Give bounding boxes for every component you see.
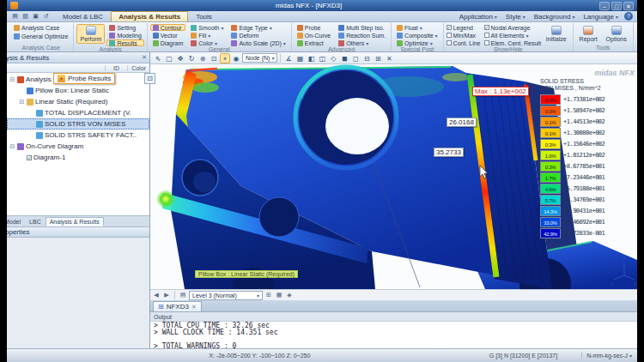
close-tab-icon[interactable]: ✕ [191, 304, 197, 311]
render-level-selector[interactable]: Level 3 (Normal) ▾ [189, 291, 263, 300]
ribbon-composite[interactable]: Composite▾ [394, 32, 440, 39]
node-type-selector[interactable]: Node (N)▾ [242, 53, 277, 63]
fit-icon[interactable]: ⊡ [209, 53, 219, 63]
ribbon-vector[interactable]: Vector [150, 32, 185, 39]
wire-icon[interactable]: ◻ [350, 53, 361, 63]
ribbon-initialze[interactable]: Initialze [543, 24, 570, 44]
ribbon-diagram[interactable]: Diagram [150, 39, 185, 46]
output-log[interactable]: > TOTAL CPU TIME : 32.26 sec> WALL CLOCK… [150, 322, 637, 351]
next-view-icon[interactable]: ▶ [162, 292, 171, 299]
ribbon-extract[interactable]: Extract [295, 39, 333, 46]
panel-tab-lbc[interactable]: LBC [25, 217, 46, 226]
save-icon[interactable]: ▣ [31, 12, 40, 21]
rotate-icon[interactable]: ↻ [186, 53, 197, 63]
tree-item-solid-strs-von-mises[interactable]: SOLID STRS VON MISES [7, 118, 149, 130]
new-icon[interactable]: ▤ [10, 12, 20, 21]
ribbon-check-nodal-average[interactable]: ✓Nodal Average [484, 24, 541, 31]
max-value-flag[interactable]: Max : 1.13e+002 [472, 87, 529, 96]
tree-item-diagram-1[interactable]: ✓Diagram-1 [7, 152, 149, 163]
ribbon-probe[interactable]: Probe [295, 24, 333, 31]
menu-background[interactable]: Background▾ [530, 13, 580, 21]
tree-item-linear-static-required[interactable]: ⊟Linear Static (Required) [7, 96, 149, 107]
ribbon-color[interactable]: Color▾ [188, 39, 226, 46]
panel-tab-analysis-results[interactable]: Analysis & Results [46, 217, 104, 226]
ribbon-check-elem-cent-result[interactable]: Elem. Cent. Result [484, 39, 541, 46]
restore-icon[interactable]: □ [611, 2, 622, 10]
ribbon-report[interactable]: Report [576, 24, 601, 44]
zoom-icon[interactable]: ⊕ [197, 53, 208, 63]
panel-pin-icon[interactable]: ⊡ [144, 73, 155, 84]
view-front-icon[interactable]: ◫ [317, 53, 327, 63]
minimize-icon[interactable]: – [599, 2, 610, 10]
ribbon-results[interactable]: Results [106, 39, 143, 46]
help-icon[interactable]: ? [624, 12, 633, 21]
viewport-canvas[interactable]: z x y midas NFX SOLID STRESS VON MISES ,… [150, 64, 637, 289]
tree-item-pillow-box-linear-static[interactable]: Pillow Box: Linear Static [7, 85, 149, 96]
ribbon-options[interactable]: Options [603, 24, 630, 44]
tab-tools[interactable]: Tools [188, 11, 220, 21]
ribbon-auto-scale-2d[interactable]: Auto Scale (2D)▾ [228, 39, 288, 46]
ribbon-analysis-case[interactable]: Analysis Case [11, 24, 62, 31]
tab-model-lbc[interactable]: Model & LBC [55, 11, 111, 21]
box-select-icon[interactable]: ▢ [164, 53, 174, 63]
ribbon-check-all-elements[interactable]: All Elements▾ [484, 32, 541, 39]
checkbox-icon[interactable]: ✓ [27, 155, 32, 160]
ribbon-perform[interactable]: Perform [76, 24, 105, 44]
close-icon[interactable]: ✕ [384, 53, 394, 63]
probe-value-flag[interactable]: 35.2733 [434, 148, 464, 157]
ribbon-smooth[interactable]: Smooth▾ [188, 24, 226, 31]
view-list-icon[interactable]: ▤ [179, 292, 187, 299]
shade-icon[interactable]: ◼ [339, 53, 349, 63]
capture-icon[interactable]: ⊞ [373, 53, 383, 63]
ribbon-others[interactable]: Others▾ [336, 39, 388, 46]
open-icon[interactable]: ▧ [21, 12, 30, 21]
grid-small-icon[interactable]: ⊞ [264, 292, 273, 299]
ribbon-contour[interactable]: Contour [150, 24, 185, 31]
checkbox-icon: ✓ [447, 25, 452, 30]
ribbon-modeling[interactable]: Modeling [106, 32, 143, 39]
tree-item-on-curve-diagram[interactable]: ⊟On-Curve Diagram [7, 141, 149, 152]
panel-close-icon[interactable]: ✕ [142, 54, 147, 61]
ribbon-reaction-sum[interactable]: Reaction Sum. [336, 32, 388, 39]
collapse-icon[interactable]: ⊟ [9, 143, 15, 150]
ribbon-fill[interactable]: Fill▾ [188, 32, 226, 39]
ribbon-on-curve[interactable]: On-Curve [295, 32, 333, 39]
probe-results-popup[interactable]: ⌖ Probe Results [53, 73, 115, 84]
mesh-small-icon[interactable]: ▦ [275, 292, 283, 299]
tree-item-total-displacement-v[interactable]: TOTAL DISPLACEMENT (V. [7, 107, 149, 118]
tab-analysis-results[interactable]: Analysis & Results [111, 11, 188, 21]
close-icon[interactable]: ✕ [623, 2, 634, 10]
select-icon[interactable]: ⇖ [153, 53, 163, 63]
ribbon-general-optimize[interactable]: General Optimize [11, 33, 70, 39]
unit-system-selector[interactable]: N-mm-kg-sec-J ▾ [581, 353, 632, 359]
menu-style[interactable]: Style▾ [501, 13, 530, 21]
ribbon-check-legend[interactable]: ✓Legend [447, 24, 481, 31]
ribbon-check-cont-line[interactable]: Cont. Line [447, 39, 481, 46]
ribbon-fluat[interactable]: Fluat▾ [394, 24, 440, 31]
node-pick-icon[interactable]: ◉ [231, 53, 241, 63]
panel-tab-model[interactable]: Model [7, 217, 25, 226]
render-mode-icon[interactable]: ◈ [285, 292, 294, 299]
collapse-icon[interactable]: ⊟ [19, 99, 25, 106]
ribbon-deform[interactable]: Deform [228, 32, 288, 39]
ribbon-setting[interactable]: Setting [106, 24, 143, 31]
menu-language[interactable]: Language▾ [579, 13, 623, 21]
ribbon-optimize[interactable]: Optimize▾ [394, 39, 440, 46]
menu-application[interactable]: Application▾ [455, 13, 501, 21]
doc-tab-nfxd3[interactable]: ⊞ NFXD3 ✕ [153, 301, 202, 311]
iso-icon[interactable]: ◇ [328, 53, 338, 63]
pan-icon[interactable]: ✥ [175, 53, 185, 63]
probe-icon[interactable]: ⌖ [220, 53, 230, 63]
measure-icon[interactable]: ∡ [283, 53, 294, 63]
collapse-icon[interactable]: ⊟ [9, 76, 15, 83]
ribbon-multi-step-iso[interactable]: Multi Step Iso. [336, 24, 388, 31]
probe-value-flag[interactable]: 26.0168 [447, 118, 477, 127]
tree-item-solid-strs-safety-fact[interactable]: SOLID STRS SAFETY FACT.. [7, 130, 149, 141]
section-icon[interactable]: ⊟ [361, 53, 372, 63]
ribbon-check-min-max[interactable]: Min/Max [447, 32, 481, 39]
undo-icon[interactable]: ↺ [41, 12, 51, 21]
grid-icon[interactable]: ▦ [295, 53, 305, 63]
clip-icon[interactable]: ◧ [306, 53, 316, 63]
ribbon-edge-type[interactable]: Edge Type▾ [228, 24, 288, 31]
prev-view-icon[interactable]: ◀ [152, 292, 161, 299]
